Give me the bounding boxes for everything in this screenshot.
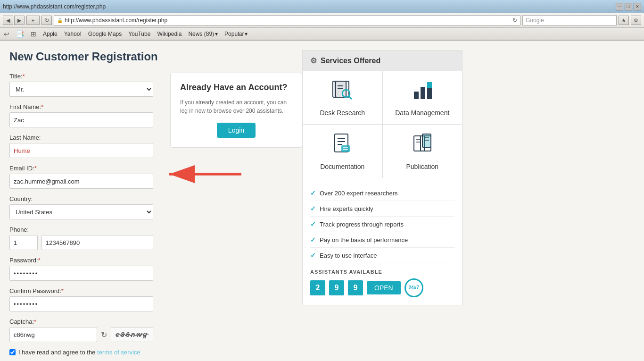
features-box: ✓ Over 200 expert researchers ✓ Hire exp… bbox=[302, 178, 462, 305]
check-icon-4: ✓ bbox=[310, 252, 316, 259]
data-management-label: Data Management bbox=[395, 109, 449, 117]
captcha-image: c86nwg bbox=[111, 327, 153, 342]
lastname-input[interactable] bbox=[9, 143, 153, 158]
terms-checkbox[interactable] bbox=[9, 349, 16, 355]
news-chevron-icon: ▾ bbox=[215, 31, 218, 37]
sidebar-title: Services Offered bbox=[321, 57, 380, 65]
account-box-text: If you already created an account, you c… bbox=[180, 98, 292, 115]
confirm-password-row: Confirm Password:* bbox=[9, 287, 153, 311]
bookmark-youtube[interactable]: YouTube bbox=[128, 31, 150, 37]
confirm-password-input[interactable] bbox=[9, 296, 153, 311]
browser-chrome: http://www.phdassistant.com/register.php… bbox=[0, 0, 644, 41]
left-section: New Customer Registration Title:* Mr. Mr… bbox=[9, 50, 293, 356]
right-panel: Already Have an Account? If you already … bbox=[161, 73, 293, 191]
bookmarks-icon[interactable]: ★ bbox=[619, 16, 629, 25]
service-publication[interactable]: Publication bbox=[383, 125, 462, 178]
tools-icon[interactable]: ⚙ bbox=[631, 16, 641, 25]
bookmark-wikipedia[interactable]: Wikipedia bbox=[157, 31, 182, 37]
phone-number-input[interactable] bbox=[41, 235, 153, 250]
badge-24x7: 24x7 bbox=[405, 278, 423, 297]
desk-research-icon bbox=[331, 78, 354, 105]
forward-button[interactable]: ▶ bbox=[14, 16, 25, 25]
feature-text-4: Easy to use interface bbox=[320, 252, 377, 259]
back-icon[interactable]: ↩ bbox=[4, 30, 9, 38]
back-button[interactable]: ◀ bbox=[3, 16, 13, 25]
content-wrapper: New Customer Registration Title:* Mr. Mr… bbox=[9, 50, 462, 356]
restore-button[interactable]: ❐ bbox=[625, 3, 632, 10]
confirm-password-label: Confirm Password:* bbox=[9, 287, 153, 294]
reading-list-icon[interactable]: ⊞ bbox=[31, 30, 36, 38]
bookmark-apple[interactable]: Apple bbox=[43, 31, 58, 37]
title-bar: http://www.phdassistant.com/register.php… bbox=[0, 0, 644, 13]
bookmarks-bar: ↩ 📑 ⊞ Apple Yahoo! Google Maps YouTube W… bbox=[0, 28, 644, 40]
password-label: Password:* bbox=[9, 257, 153, 264]
title-bar-left: http://www.phdassistant.com/register.php bbox=[3, 3, 106, 10]
search-placeholder: Google bbox=[526, 17, 544, 24]
search-bar[interactable]: Google bbox=[522, 15, 617, 25]
svg-rect-10 bbox=[421, 87, 425, 99]
services-grid: Desk Research Data Management bbox=[302, 71, 462, 178]
feature-text-0: Over 200 expert researchers bbox=[320, 190, 397, 197]
country-row: Country: United States United Kingdom Ca… bbox=[9, 195, 153, 219]
go-button[interactable]: ↻ bbox=[512, 17, 517, 24]
bookmarks-menu-icon[interactable]: 📑 bbox=[16, 30, 24, 38]
news-dropdown[interactable]: News (89) ▾ bbox=[188, 31, 218, 37]
open-button[interactable]: OPEN bbox=[367, 281, 401, 294]
svg-rect-17 bbox=[341, 145, 350, 152]
service-documentation[interactable]: Documentation bbox=[303, 125, 382, 178]
toolbar-icons: ★ ⚙ bbox=[619, 16, 641, 25]
login-button[interactable]: Login bbox=[217, 123, 256, 138]
arrow-indicator bbox=[161, 157, 246, 191]
email-label: Email ID:* bbox=[9, 165, 153, 172]
phone-row: Phone: bbox=[9, 226, 153, 250]
firstname-input[interactable] bbox=[9, 112, 153, 127]
email-row: Email ID:* bbox=[9, 165, 153, 189]
phone-code-input[interactable] bbox=[9, 235, 38, 250]
terms-label: I have read and agree to the terms of se… bbox=[18, 349, 140, 356]
captcha-row: Captcha:* ↻ c86nwg bbox=[9, 318, 153, 342]
title-bar-controls: — ❐ ✕ bbox=[616, 3, 641, 10]
country-select[interactable]: United States United Kingdom Canada Aust… bbox=[9, 204, 153, 219]
check-icon-1: ✓ bbox=[310, 205, 316, 212]
desk-research-label: Desk Research bbox=[320, 109, 365, 117]
captcha-input[interactable] bbox=[9, 327, 97, 342]
arrow-container bbox=[161, 148, 293, 191]
sidebar-header: ⚙ Services Offered bbox=[302, 50, 462, 71]
url-bar[interactable]: 🔒 http://www.phdassistant.com/register.p… bbox=[54, 15, 520, 25]
count-0: 2 bbox=[310, 280, 325, 295]
bookmark-googlemaps[interactable]: Google Maps bbox=[88, 31, 122, 37]
password-row: Password:* bbox=[9, 257, 153, 281]
check-icon-2: ✓ bbox=[310, 220, 316, 228]
feature-text-3: Pay on the basis of performance bbox=[320, 236, 408, 243]
url-text: http://www.phdassistant.com/register.php bbox=[65, 17, 511, 24]
check-icon-3: ✓ bbox=[310, 236, 316, 243]
feature-item-0: ✓ Over 200 expert researchers bbox=[310, 185, 454, 201]
captcha-refresh-icon[interactable]: ↻ bbox=[101, 330, 107, 339]
nav-bar: ◀ ▶ + ↻ 🔒 http://www.phdassistant.com/re… bbox=[0, 13, 644, 28]
minimize-button[interactable]: — bbox=[616, 3, 623, 10]
data-management-icon bbox=[411, 78, 434, 105]
service-data-management[interactable]: Data Management bbox=[383, 71, 462, 124]
lock-icon: 🔒 bbox=[57, 18, 63, 23]
feature-text-1: Hire experts quickly bbox=[320, 205, 373, 212]
new-tab-button[interactable]: + bbox=[26, 16, 40, 25]
publication-label: Publication bbox=[406, 163, 439, 170]
assistants-label: ASSISTANTS AVAILABLE bbox=[310, 269, 454, 275]
popular-dropdown[interactable]: Popular ▾ bbox=[224, 31, 248, 37]
refresh-button[interactable]: ↻ bbox=[41, 16, 52, 25]
title-select[interactable]: Mr. Mrs. Ms. Dr. Prof. bbox=[9, 82, 153, 97]
account-box: Already Have an Account? If you already … bbox=[170, 73, 302, 148]
page-title: New Customer Registration bbox=[9, 50, 293, 63]
country-label: Country: bbox=[9, 195, 153, 202]
email-input[interactable] bbox=[9, 174, 153, 189]
service-desk-research[interactable]: Desk Research bbox=[303, 71, 382, 124]
title-label: Title:* bbox=[9, 73, 153, 80]
gear-icon: ⚙ bbox=[310, 56, 317, 65]
nav-arrows: ◀ ▶ bbox=[3, 16, 25, 25]
terms-link[interactable]: terms of service bbox=[97, 349, 140, 356]
password-input[interactable] bbox=[9, 266, 153, 281]
close-button[interactable]: ✕ bbox=[634, 3, 641, 10]
svg-rect-12 bbox=[427, 82, 432, 88]
svg-rect-22 bbox=[422, 134, 431, 147]
bookmark-yahoo[interactable]: Yahoo! bbox=[64, 31, 82, 37]
